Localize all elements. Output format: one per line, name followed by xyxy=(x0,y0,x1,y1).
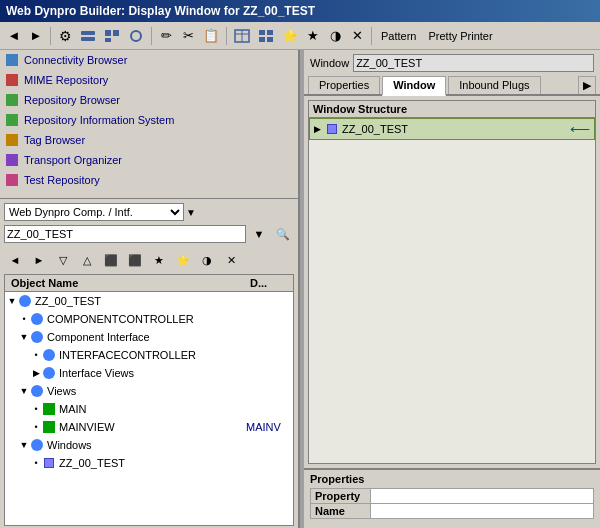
tag-icon xyxy=(4,132,20,148)
pretty-printer-button[interactable]: Pretty Printer xyxy=(423,25,497,47)
toolbar-btn-4[interactable] xyxy=(125,25,147,47)
repo-browser-icon xyxy=(4,92,20,108)
mime-icon xyxy=(4,72,20,88)
tree-item-window-zz[interactable]: • ZZ_00_TEST xyxy=(5,454,293,472)
sep3 xyxy=(226,27,227,45)
properties-title: Properties xyxy=(310,473,594,485)
nav-repo-browser[interactable]: Repository Browser xyxy=(0,90,298,110)
st-btn4[interactable]: △ xyxy=(76,250,98,270)
svg-rect-2 xyxy=(105,30,111,36)
st-btn1[interactable]: ◄ xyxy=(4,250,26,270)
nav-tag[interactable]: Tag Browser xyxy=(0,130,298,150)
toolbar: ◄ ► ⚙ ✏ ✂ 📋 ⭐ ★ ◑ ✕ Pattern Pretty Print… xyxy=(0,22,600,50)
dropdown-btn[interactable]: ▼ xyxy=(248,224,270,244)
tree-item-compcontroller[interactable]: • COMPONENTCONTROLLER xyxy=(5,310,293,328)
toggle-intfctrl: • xyxy=(31,350,41,360)
st-btn3[interactable]: ▽ xyxy=(52,250,74,270)
toolbar-btn-1[interactable]: ⚙ xyxy=(55,25,75,47)
nav-repo-info[interactable]: Repository Information System xyxy=(0,110,298,130)
icon-intfctrl xyxy=(41,348,57,362)
st-btn9[interactable]: ◑ xyxy=(196,250,218,270)
toggle-compintf[interactable]: ▼ xyxy=(19,332,29,342)
st-btn5[interactable]: ⬛ xyxy=(100,250,122,270)
icon-views xyxy=(29,384,45,398)
toolbar-btn-12[interactable]: ◑ xyxy=(325,25,345,47)
svg-rect-9 xyxy=(259,30,265,35)
properties-table: Property Name xyxy=(310,488,594,519)
ws-icon-win xyxy=(324,122,340,136)
nav-transport[interactable]: Transport Organizer xyxy=(0,150,298,170)
tree-item-intfviews[interactable]: ▶ Interface Views xyxy=(5,364,293,382)
toolbar-btn-9[interactable] xyxy=(255,25,277,47)
prop-key-name: Name xyxy=(311,504,371,519)
toolbar-btn-13[interactable]: ✕ xyxy=(347,25,367,47)
sep2 xyxy=(151,27,152,45)
st-btn2[interactable]: ► xyxy=(28,250,50,270)
pattern-button[interactable]: Pattern xyxy=(376,25,421,47)
prop-row-property: Property xyxy=(311,489,594,504)
toggle-main: • xyxy=(31,404,41,414)
tab-more[interactable]: ▶ xyxy=(578,76,596,94)
icon-main xyxy=(41,402,57,416)
col-object-name: Object Name xyxy=(7,276,246,290)
toolbar-btn-5[interactable]: ✏ xyxy=(156,25,176,47)
prop-val-name xyxy=(371,504,594,519)
st-btn7[interactable]: ★ xyxy=(148,250,170,270)
st-btn8[interactable]: ⭐ xyxy=(172,250,194,270)
ws-header: Window Structure xyxy=(309,101,595,118)
object-tree[interactable]: Object Name D... ▼ ZZ_00_TEST • COMPONEN… xyxy=(4,274,294,526)
back-button[interactable]: ◄ xyxy=(4,25,24,47)
window-value-input[interactable] xyxy=(353,54,594,72)
window-structure[interactable]: Window Structure ▶ ZZ_00_TEST ⟵ xyxy=(308,100,596,464)
nav-mime[interactable]: MIME Repository xyxy=(0,70,298,90)
tab-inbound-plugs[interactable]: Inbound Plugs xyxy=(448,76,540,94)
forward-button[interactable]: ► xyxy=(26,25,46,47)
search-btn[interactable]: 🔍 xyxy=(272,224,294,244)
nav-separator xyxy=(0,190,298,198)
circle-icon xyxy=(128,29,144,43)
col-d: D... xyxy=(246,276,291,290)
toggle-intfviews[interactable]: ▶ xyxy=(31,368,41,378)
toolbar-btn-2[interactable] xyxy=(77,25,99,47)
search-input[interactable] xyxy=(4,225,246,243)
tab-properties[interactable]: Properties xyxy=(308,76,380,94)
title-text: Web Dynpro Builder: Display Window for Z… xyxy=(6,4,315,18)
repo-info-icon xyxy=(4,112,20,128)
icon-root xyxy=(17,294,33,308)
tab-window[interactable]: Window xyxy=(382,76,446,96)
tree-item-mainview[interactable]: • MAINVIEW MAINV xyxy=(5,418,293,436)
toolbar-btn-11[interactable]: ★ xyxy=(303,25,323,47)
grid-icon xyxy=(104,29,120,43)
right-panel: Window Properties Window Inbound Plugs ▶… xyxy=(304,50,600,528)
toolbar-btn-8[interactable] xyxy=(231,25,253,47)
ws-item-zz[interactable]: ▶ ZZ_00_TEST ⟵ xyxy=(309,118,595,140)
test-repo-icon xyxy=(4,172,20,188)
type-dropdown[interactable]: Web Dynpro Comp. / Intf. xyxy=(4,203,184,221)
toolbar-btn-3[interactable] xyxy=(101,25,123,47)
tree-item-intfctrl[interactable]: • INTERFACECONTROLLER xyxy=(5,346,293,364)
title-bar: Web Dynpro Builder: Display Window for Z… xyxy=(0,0,600,22)
sep1 xyxy=(50,27,51,45)
tree-item-views[interactable]: ▼ Views xyxy=(5,382,293,400)
right-content: Window Structure ▶ ZZ_00_TEST ⟵ Properti… xyxy=(304,96,600,528)
tree-item-compinterface[interactable]: ▼ Component Interface xyxy=(5,328,293,346)
tree-item-windows[interactable]: ▼ Windows xyxy=(5,436,293,454)
toggle-windows[interactable]: ▼ xyxy=(19,440,29,450)
icon-windows xyxy=(29,438,45,452)
nav-connectivity[interactable]: Connectivity Browser xyxy=(0,50,298,70)
toggle-mainview: • xyxy=(31,422,41,432)
toolbar-btn-6[interactable]: ✂ xyxy=(178,25,198,47)
tree-item-main[interactable]: • MAIN xyxy=(5,400,293,418)
toolbar-btn-7[interactable]: 📋 xyxy=(200,25,222,47)
st-btn6[interactable]: ⬛ xyxy=(124,250,146,270)
toolbar-btn-10[interactable]: ⭐ xyxy=(279,25,301,47)
nav-test-repo[interactable]: Test Repository xyxy=(0,170,298,190)
ws-toggle[interactable]: ▶ xyxy=(314,124,324,134)
prop-val-property xyxy=(371,489,594,504)
toggle-root[interactable]: ▼ xyxy=(7,296,17,306)
main-layout: Connectivity Browser MIME Repository Rep… xyxy=(0,50,600,528)
toggle-views[interactable]: ▼ xyxy=(19,386,29,396)
icon-mainview xyxy=(41,420,57,434)
st-btn10[interactable]: ✕ xyxy=(220,250,242,270)
tree-item-root[interactable]: ▼ ZZ_00_TEST xyxy=(5,292,293,310)
